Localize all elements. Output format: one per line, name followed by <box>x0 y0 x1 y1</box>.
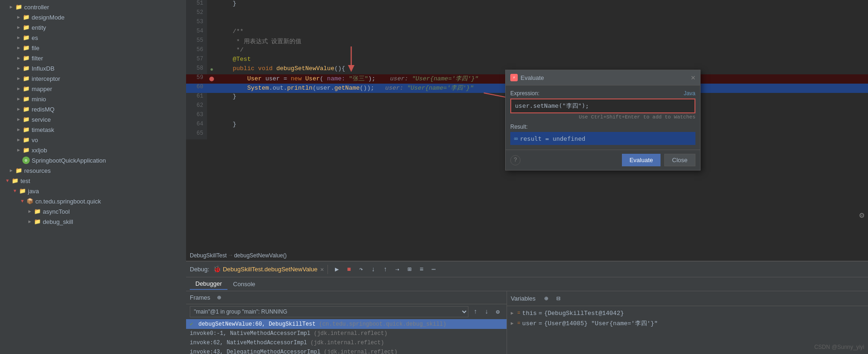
frame-item-3[interactable]: invoke:62, NativeMethodAccessorImpl (jdk… <box>186 338 507 347</box>
var-equals: = <box>539 310 542 317</box>
variable-item-user[interactable]: ▶ = user = {User@14085} "User{name='李四'}… <box>507 318 868 328</box>
thread-filter-btn[interactable]: ⊜ <box>493 307 503 317</box>
sidebar-item-label: java <box>28 188 39 195</box>
var-expand-arrow[interactable]: ▶ <box>511 321 517 326</box>
sidebar-item-package[interactable]: ▼ 📦 cn.tedu.springboot.quick <box>0 196 186 206</box>
arrow-icon: ▶ <box>15 25 22 30</box>
arrow-icon: ▶ <box>15 66 22 71</box>
sidebar-item-controller[interactable]: ▶ 📁 controller <box>0 2 186 12</box>
variable-item-this[interactable]: ▶ = this = {DebugSkillTest@14042} <box>507 308 868 318</box>
arrow-icon: ▶ <box>15 45 22 51</box>
line-content <box>216 19 868 28</box>
frame-item-2[interactable]: invoke0:-1, NativeMethodAccessorImpl (jd… <box>186 329 507 338</box>
sidebar-item-entity[interactable]: ▶ 📁 entity <box>0 22 186 33</box>
sidebar-item-mapper[interactable]: ▶ 📁 mapper <box>0 84 186 94</box>
result-text: result = undefined <box>520 135 585 142</box>
dialog-close-btn[interactable]: ✕ <box>691 73 695 82</box>
evaluate-btn-toolbar[interactable]: ⊞ <box>404 264 414 275</box>
sidebar-item-vo[interactable]: ▶ 📁 vo <box>0 135 186 145</box>
sidebar-item-designmode[interactable]: ▶ 📁 designMode <box>0 12 186 22</box>
sidebar-item-file[interactable]: ▶ 📁 file <box>0 43 186 53</box>
sidebar-item-label: redisMQ <box>32 106 54 113</box>
frames-title: Frames <box>190 294 210 301</box>
evaluate-action-btn[interactable]: Evaluate <box>622 154 661 166</box>
sidebar-item-filter[interactable]: ▶ 📁 filter <box>0 53 186 63</box>
frame-item-label: invoke0:-1, NativeMethodAccessorImpl (jd… <box>190 330 387 337</box>
frame-item-active[interactable]: ✔ debugSetNewValue:60, DebugSkillTest (c… <box>186 319 507 329</box>
var-equals: = <box>539 320 542 327</box>
sidebar-item-service[interactable]: ▶ 📁 service <box>0 114 186 125</box>
frames-btn[interactable]: ≡ <box>416 264 427 275</box>
result-section: Result: ∞ result = undefined <box>510 124 695 145</box>
code-line-56: 56 */ <box>186 46 868 56</box>
evaluate-dialog: ⚡ Evaluate ✕ Expression: Java Use Ctrl+S… <box>505 70 701 170</box>
folder-icon: 📁 <box>22 44 30 52</box>
sidebar-item-es[interactable]: ▶ 📁 es <box>0 33 186 43</box>
resume-btn[interactable]: ▶ <box>332 264 342 275</box>
debug-panel: Debug: 🐞 DebugSkillTest.debugSetNewValue… <box>186 261 868 354</box>
line-gutter <box>207 46 216 56</box>
expression-input[interactable] <box>510 98 695 113</box>
sidebar-item-minio[interactable]: ▶ 📁 minio <box>0 94 186 104</box>
tab-debugger[interactable]: Debugger <box>190 278 227 290</box>
sidebar-item-debugskill[interactable]: ▶ 📁 debug_skill <box>0 216 186 227</box>
sidebar-item-xxljob[interactable]: ▶ 📁 xxljob <box>0 145 186 155</box>
frame-item-4[interactable]: invoke:43, DelegatingMethodAccessorImpl … <box>186 347 507 354</box>
frames-toolbar: ⊕ <box>214 293 224 303</box>
line-gutter <box>207 102 216 111</box>
frames-filter-btn[interactable]: ⊕ <box>214 293 224 303</box>
arrow-icon: ▶ <box>15 35 22 40</box>
close-action-btn[interactable]: Close <box>664 154 695 166</box>
step-out-btn[interactable]: ↑ <box>380 264 390 275</box>
sidebar-item-timetask[interactable]: ▶ 📁 timetask <box>0 125 186 135</box>
more-btn[interactable]: ⋯ <box>428 264 439 275</box>
sidebar-item-label: cn.tedu.springboot.quick <box>35 198 101 205</box>
sidebar-item-label: file <box>32 45 40 52</box>
expression-label-text: Expression: <box>510 90 540 97</box>
sidebar-item-influxdb[interactable]: ▶ 📁 InfluxDB <box>0 63 186 73</box>
code-line-55: 55 * 用表达式 设置新的值 <box>186 37 868 46</box>
arrow-icon: ▶ <box>15 117 22 122</box>
dialog-action-buttons: Evaluate Close <box>622 154 695 166</box>
thread-down-btn[interactable]: ↓ <box>481 307 492 317</box>
step-over-btn[interactable]: ↷ <box>356 264 366 275</box>
frame-check-icon: ✔ <box>190 321 193 328</box>
result-value: ∞ result = undefined <box>510 132 695 145</box>
sidebar-item-java[interactable]: ▼ 📁 java <box>0 186 186 196</box>
thread-dropdown[interactable]: "main"@1 in group "main": RUNNING <box>190 306 468 317</box>
settings-icon[interactable]: ⚙ <box>859 210 864 220</box>
sidebar-item-asynctool[interactable]: ▶ 📁 asyncTool <box>0 206 186 216</box>
step-into-btn[interactable]: ↓ <box>368 264 378 275</box>
sidebar-item-test[interactable]: ▼ 📁 test <box>0 176 186 186</box>
dialog-titlebar: ⚡ Evaluate ✕ <box>506 70 700 85</box>
close-tab-icon[interactable]: ✕ <box>320 266 324 273</box>
sidebar-item-resources[interactable]: ▶ 📁 resources <box>0 165 186 176</box>
folder-icon: 📁 <box>22 24 30 31</box>
sidebar-item-label: interceptor <box>32 75 60 82</box>
thread-up-btn[interactable]: ↑ <box>470 307 481 317</box>
frames-list: ✔ debugSetNewValue:60, DebugSkillTest (c… <box>186 319 507 354</box>
arrow-icon: ▼ <box>11 189 19 194</box>
line-number: 60 <box>186 84 207 93</box>
sidebar-item-springboot-app[interactable]: ▶ ⚙ SpringbootQuickApplication <box>0 155 186 165</box>
folder-icon: 📁 <box>22 136 30 144</box>
var-expand-arrow[interactable]: ▶ <box>511 310 517 316</box>
tab-console[interactable]: Console <box>227 279 261 289</box>
sidebar-item-label: filter <box>32 55 43 62</box>
debug-session-icon: 🐞 <box>213 265 221 273</box>
result-label: Result: <box>510 124 695 130</box>
run-to-cursor-btn[interactable]: ⇢ <box>392 264 402 275</box>
folder-icon: 📁 <box>15 3 22 11</box>
sidebar-item-interceptor[interactable]: ▶ 📁 interceptor <box>0 73 186 84</box>
collapse-btn[interactable]: ⊟ <box>553 294 563 304</box>
add-watch-btn[interactable]: ⊕ <box>541 294 551 304</box>
help-btn[interactable]: ? <box>510 155 521 165</box>
arrow-icon: ▼ <box>19 199 26 204</box>
arrow-icon: ▶ <box>7 168 15 173</box>
line-gutter <box>207 9 216 19</box>
sidebar-item-label: asyncTool <box>43 208 70 215</box>
stop-btn[interactable]: ■ <box>344 264 354 275</box>
line-content: /** <box>216 28 868 37</box>
sidebar-item-redismq[interactable]: ▶ 📁 redisMQ <box>0 104 186 114</box>
line-number: 57 <box>186 56 207 65</box>
